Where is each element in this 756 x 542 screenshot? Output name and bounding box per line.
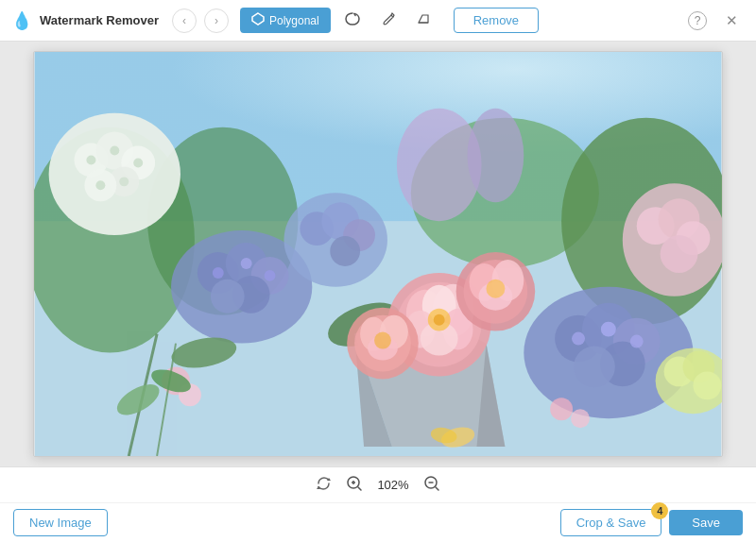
svg-marker-0 <box>252 13 264 25</box>
notification-badge: 4 <box>651 502 668 519</box>
svg-line-96 <box>358 487 361 490</box>
svg-point-84 <box>571 409 590 428</box>
titlebar: 💧 Watermark Remover ‹ › Polygonal <box>0 0 756 42</box>
svg-point-18 <box>95 180 105 190</box>
brush-icon <box>380 10 397 31</box>
svg-point-24 <box>211 279 245 313</box>
remove-button[interactable]: Remove <box>454 8 539 33</box>
zoom-level: 102% <box>374 478 412 492</box>
svg-point-83 <box>550 398 573 420</box>
help-button[interactable]: ? <box>684 8 711 34</box>
new-image-button[interactable]: New Image <box>13 509 108 536</box>
flower-image <box>34 52 722 456</box>
close-button[interactable]: ✕ <box>718 8 745 34</box>
svg-point-27 <box>265 270 276 281</box>
zoom-out-button[interactable] <box>421 474 442 495</box>
svg-point-56 <box>486 279 505 298</box>
svg-point-15 <box>110 146 119 156</box>
close-icon: ✕ <box>726 12 738 29</box>
svg-point-76 <box>661 235 698 273</box>
svg-point-50 <box>434 314 445 326</box>
polygonal-tool-button[interactable]: Polygonal <box>240 8 331 33</box>
back-button[interactable]: ‹ <box>172 8 197 33</box>
bottom-toolbar: 102% New Image Crop & Save 4 Save <box>0 466 756 542</box>
forward-icon: › <box>215 14 218 27</box>
lasso-tool-button[interactable] <box>338 7 367 35</box>
crop-save-button[interactable]: Crop & Save 4 <box>560 509 662 536</box>
zoom-bar: 102% <box>0 467 756 503</box>
zoom-in-icon <box>346 475 363 495</box>
zoom-in-button[interactable] <box>344 474 365 495</box>
eraser-tool-button[interactable] <box>410 7 438 35</box>
eraser-icon <box>416 10 433 31</box>
forward-button[interactable]: › <box>204 8 229 33</box>
svg-point-16 <box>133 158 143 167</box>
svg-line-99 <box>436 487 438 490</box>
svg-point-62 <box>374 332 391 349</box>
save-button[interactable]: Save <box>669 510 743 535</box>
reset-zoom-button[interactable] <box>314 474 335 495</box>
polygonal-label: Polygonal <box>269 14 319 27</box>
svg-point-25 <box>213 267 224 279</box>
svg-point-70 <box>601 322 616 337</box>
polygonal-icon <box>251 12 265 28</box>
svg-point-17 <box>119 177 129 186</box>
crop-save-label: Crop & Save <box>576 516 646 530</box>
image-container[interactable] <box>33 51 723 457</box>
svg-point-71 <box>630 335 644 348</box>
svg-point-26 <box>241 258 252 269</box>
svg-point-69 <box>572 332 585 346</box>
svg-point-68 <box>574 347 615 388</box>
app-title: Watermark Remover <box>40 13 159 27</box>
lasso-icon <box>344 10 361 31</box>
brush-tool-button[interactable] <box>374 7 403 35</box>
svg-point-14 <box>86 155 95 164</box>
reset-zoom-icon <box>317 476 332 494</box>
remove-label: Remove <box>473 13 519 27</box>
svg-point-32 <box>330 236 360 266</box>
new-image-label: New Image <box>29 516 92 530</box>
action-bar: New Image Crop & Save 4 Save <box>0 503 756 542</box>
canvas-area <box>0 42 756 466</box>
app-logo: 💧 <box>11 10 32 31</box>
zoom-out-icon <box>423 475 440 495</box>
save-label: Save <box>692 516 720 530</box>
back-icon: ‹ <box>182 14 186 27</box>
svg-point-80 <box>693 371 721 399</box>
svg-point-34 <box>468 109 524 203</box>
help-icon: ? <box>688 11 707 30</box>
